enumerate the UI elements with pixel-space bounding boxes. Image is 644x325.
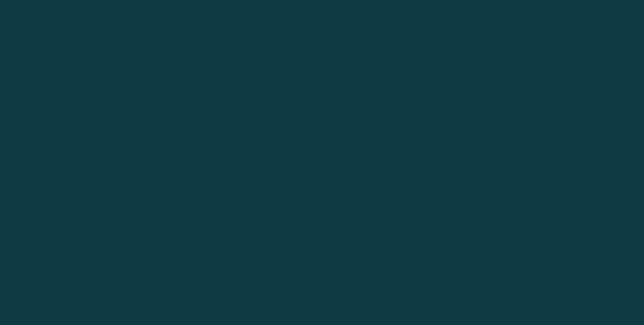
tibble-console-output [0,0,644,1]
